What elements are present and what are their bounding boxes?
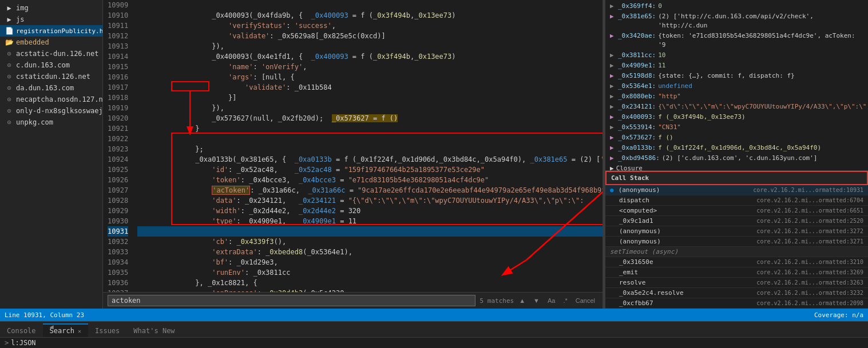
code-line-10924: 'id': _0x52ac48, _0x52ac48 = "159f197467…	[137, 154, 603, 165]
code-line-10916: 'validate': _0x11b584	[137, 72, 603, 82]
call-stack-header: Call Stack	[605, 171, 868, 185]
code-line-10934: 'runEnv': _0x3811cc	[137, 257, 603, 267]
tab-whatsnew[interactable]: What's New	[126, 323, 181, 337]
debug-item-08080eb: ▶ _0x8080eb: "http"	[605, 91, 868, 102]
triangle-icon: ▶	[610, 165, 614, 171]
callstack-item-7[interactable]: _emit core.v2.16.2.mi...ormatted:3269	[605, 267, 868, 278]
callstack-source: core.v2.16.2.mi...ormatted:3272	[756, 228, 863, 234]
code-line-10917: }]	[137, 82, 603, 93]
sidebar-item-embedded[interactable]: 📂 embedded	[0, 37, 102, 48]
editor-wrapper: 10909 10910 10911 10912 10913 10914 1091…	[103, 0, 603, 309]
coverage-status: Coverage: n/a	[814, 311, 863, 319]
sidebar-item-img[interactable]: ▶ img	[0, 2, 102, 14]
code-line-10909: _0x400093(_0x4fda9b, { _0x400093 = f (_0…	[137, 0, 603, 10]
code-line-10936: 'onProcess': _0x30d4b3(_0x5c4230,	[137, 278, 603, 288]
sidebar-item-domain6[interactable]: ⊙ only-d-nx8sglksoswaejowinigtj	[0, 105, 102, 117]
callstack-func-name: (anonymous)	[610, 227, 756, 235]
debug-item-05198d8: ▶ _0x5198d8: {state: {…}, commit: f, dis…	[605, 71, 868, 81]
code-line-10928: 'width': _0x2d44e2, _0x2d44e2 = 320	[137, 195, 603, 206]
code-line-10932: 'extraData': _0xbeded8(_0x5364e1),	[137, 237, 603, 247]
search-bar: 5 matches ▲ ▼ Aa .* Cancel	[103, 292, 603, 309]
right-panel: ▶ _0x369ff4: 0 ▶ _0x381e65: (2) ['http:/…	[605, 0, 868, 309]
sidebar-item-html[interactable]: 📄 registrationPublicity.html	[0, 25, 102, 37]
debug-item-0573627: ▶ _0x573627: f ()	[605, 133, 868, 143]
debug-item-0369ff4: ▶ _0x369ff4: 0	[605, 1, 868, 11]
callstack-func-name: _0xcfbb67	[610, 299, 756, 307]
callstack-source: core.v2.16.2.mi...ormatted:6704	[756, 197, 863, 203]
sidebar-item-domain4[interactable]: ⊙ da.dun.163.com	[0, 82, 102, 94]
cancel-search-btn[interactable]: Cancel	[573, 296, 598, 305]
match-case-btn[interactable]: Aa	[545, 296, 558, 305]
callstack-source: core.v2.16.2.mi...ormatted:2520	[756, 218, 863, 224]
debug-item-0381e65: ▶ _0x381e65: (2) ['http://c.dun.163.com/…	[605, 11, 868, 31]
sidebar-item-label: js	[16, 15, 24, 23]
globe-icon: ⊙	[5, 83, 14, 93]
code-line-10920: }	[137, 113, 603, 123]
console-input[interactable]	[11, 339, 863, 347]
callstack-func-name: _0x9c1ad1	[610, 217, 756, 225]
sidebar-item-label: cstaticdun.126.net	[16, 73, 90, 81]
sidebar-item-label: img	[16, 4, 29, 12]
search-matches: 5 matches	[480, 297, 514, 305]
code-editor[interactable]: 10909 10910 10911 10912 10913 10914 1091…	[103, 0, 603, 292]
search-input[interactable]	[108, 295, 475, 306]
sidebar-item-label: c.dun.163.com	[16, 61, 70, 69]
code-lines: 10909 10910 10911 10912 10913 10914 1091…	[103, 0, 603, 292]
callstack-item-10[interactable]: _0xcfbb67 core.v2.16.2.mi...ormatted:209…	[605, 298, 868, 309]
callstack-source: core.v2.16.2.mi...ormatted:3271	[756, 238, 863, 245]
folder-icon: ▶	[5, 3, 14, 13]
sidebar-item-label: acstatic-dun.126.net	[16, 50, 99, 58]
sidebar-item-label: registrationPublicity.html	[16, 27, 103, 35]
sidebar-item-domain1[interactable]: ⊙ acstatic-dun.126.net	[0, 48, 102, 59]
async-label: setTimeout (async)	[610, 248, 678, 255]
code-line-10922: };	[137, 134, 603, 144]
globe-icon: ⊙	[5, 72, 14, 81]
section-label: Closure	[616, 165, 643, 171]
search-next-btn[interactable]: ▼	[530, 296, 542, 305]
sidebar-item-domain7[interactable]: ⊙ unpkg.com	[0, 117, 102, 128]
code-line-10927: 'data': _0x234121, _0x234121 = "{\"d\":\…	[137, 185, 603, 195]
debug-item-0553914: ▶ _0x553914: "CN31"	[605, 122, 868, 133]
callstack-func-name: (anonymous)	[610, 238, 756, 245]
debug-item-0234121: ▶ _0x234121: {\"d\":\"\",\"m\":\"wpyC7OU…	[605, 102, 868, 112]
sidebar-item-label: unpkg.com	[16, 118, 53, 126]
callstack-func-name: dispatch	[610, 197, 756, 204]
callstack-func-name: _0x31650e	[610, 258, 756, 266]
code-line-10931: 'cb': _0x4339f3(),	[137, 226, 603, 237]
callstack-source: core.v2.16.2.mi...ormatted:6651	[756, 207, 863, 214]
callstack-item-9[interactable]: _0xa5e2c4.resolve core.v2.16.2.mi...orma…	[605, 288, 868, 298]
debug-section-closure[interactable]: ▶ Closure	[605, 163, 868, 171]
globe-icon: ⊙	[5, 106, 14, 115]
globe-icon: ⊙	[5, 118, 14, 127]
callstack-item-6[interactable]: _0x31650e core.v2.16.2.mi...ormatted:321…	[605, 257, 868, 267]
callstack-item-3[interactable]: _0x9c1ad1 core.v2.16.2.mi...ormatted:252…	[605, 216, 868, 226]
callstack-item-0[interactable]: ● (anonymous) core.v2.16.2.mi...ormatted…	[605, 185, 868, 195]
code-line-10913: _0x400093(_0x4e1fd1, { _0x400093 = f (_0…	[137, 41, 603, 51]
callstack-source: core.v2.16.2.mi...ormatted:3269	[756, 269, 863, 275]
sidebar-item-domain2[interactable]: ⊙ c.dun.163.com	[0, 59, 102, 71]
sidebar-item-domain3[interactable]: ⊙ cstaticdun.126.net	[0, 71, 102, 82]
regex-btn[interactable]: .*	[560, 296, 570, 305]
code-line-10935: }, _0x1c8821, {	[137, 267, 603, 278]
callstack-source: core.v2.16.2.mi...ormatted:2098	[756, 300, 863, 306]
callstack-func-name: _0xa5e2c4.resolve	[610, 289, 756, 297]
sidebar-item-label: necaptcha.nosdn.127.net	[16, 95, 103, 103]
code-line-10921	[137, 123, 603, 134]
callstack-func-name: _emit	[610, 269, 756, 276]
breakpoint-icon: ●	[610, 186, 614, 194]
sidebar-item-js[interactable]: ▶ js	[0, 14, 102, 25]
bottom-input-area: >	[0, 337, 868, 348]
globe-icon: ⊙	[5, 61, 14, 70]
callstack-item-8[interactable]: resolve core.v2.16.2.mi...ormatted:3263	[605, 278, 868, 288]
main-content: ▶ img ▶ js 📄 registrationPublicity.html …	[0, 0, 868, 309]
callstack-item-1[interactable]: dispatch core.v2.16.2.mi...ormatted:6704	[605, 195, 868, 206]
callstack-item-2[interactable]: <computed> core.v2.16.2.mi...ormatted:66…	[605, 206, 868, 216]
code-line-10919: _0x573627(null, _0x2fb20d); _0x573627 = …	[137, 103, 603, 113]
search-prev-btn[interactable]: ▲	[516, 296, 528, 305]
globe-icon: ⊙	[5, 95, 14, 104]
call-stack-title: Call Stack	[611, 174, 649, 182]
callstack-item-4[interactable]: (anonymous) core.v2.16.2.mi...ormatted:3…	[605, 226, 868, 237]
line-numbers: 10909 10910 10911 10912 10913 10914 1091…	[103, 0, 133, 292]
sidebar-item-domain5[interactable]: ⊙ necaptcha.nosdn.127.net	[0, 94, 102, 105]
callstack-item-5[interactable]: (anonymous) core.v2.16.2.mi...ormatted:3…	[605, 237, 868, 247]
